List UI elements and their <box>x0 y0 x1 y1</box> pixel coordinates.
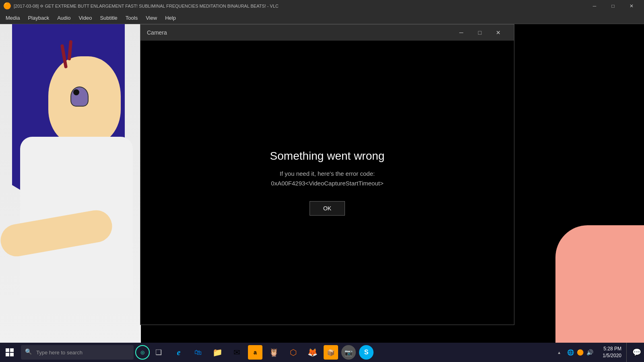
taskbar-amazon-icon[interactable]: a <box>248 345 262 360</box>
start-button[interactable] <box>0 343 19 362</box>
vlc-close-button[interactable]: ✕ <box>622 0 641 12</box>
windows-logo-icon <box>6 348 14 356</box>
menu-tools[interactable]: Tools <box>122 13 142 23</box>
vlc-titlebar: 🟠 [2017-03-08] ✡ GET EXTREME BUTT ENLARG… <box>0 0 644 12</box>
anime-left <box>0 24 141 346</box>
camera-content: Something went wrong If you need it, her… <box>140 41 514 325</box>
show-more-tray-icon[interactable]: ▲ <box>556 343 562 362</box>
camera-title-text: Camera <box>147 29 452 36</box>
taskbar-firefox-icon[interactable]: 🦊 <box>303 343 322 362</box>
menu-view[interactable]: View <box>142 13 161 23</box>
anime-right <box>555 24 644 346</box>
error-desc-line1: If you need it, here's the error code: <box>280 170 375 177</box>
camera-titlebar: Camera ─ □ ✕ <box>140 25 514 41</box>
search-bar[interactable]: 🔍 Type here to search <box>21 345 134 360</box>
clock[interactable]: 5:28 PM 1/5/2020 <box>598 346 626 359</box>
taskbar-origin-icon[interactable]: ⬡ <box>283 343 303 362</box>
taskbar-edge-icon[interactable]: e <box>169 343 188 362</box>
taskbar-mail-icon[interactable]: ✉ <box>227 343 246 362</box>
task-view-button[interactable]: ❑ <box>151 343 166 362</box>
system-tray: 🌐 🟠 🔊 <box>562 343 598 362</box>
menu-video[interactable]: Video <box>74 13 96 23</box>
taskbar: 🔍 Type here to search ◎ ❑ e 🛍 📁 ✉ a 🦉 ⬡ … <box>0 343 644 362</box>
menu-media[interactable]: Media <box>2 13 24 23</box>
vlc-maximize-button[interactable]: □ <box>604 0 622 12</box>
taskbar-camera-icon[interactable]: 📷 <box>341 345 356 360</box>
tray-network-icon[interactable]: 🌐 <box>566 343 575 362</box>
vlc-video-area: Camera ─ □ ✕ Something went wrong If you… <box>0 24 644 346</box>
ok-button[interactable]: OK <box>310 201 345 216</box>
camera-maximize-button[interactable]: □ <box>471 25 489 41</box>
cortana-icon: ◎ <box>140 350 144 355</box>
taskbar-store-icon[interactable]: 🛍 <box>188 343 208 362</box>
cortana-button[interactable]: ◎ <box>135 345 150 360</box>
menu-audio[interactable]: Audio <box>53 13 74 23</box>
search-placeholder: Type here to search <box>36 350 83 356</box>
error-desc-line2: 0xA00F4293<VideoCaptureStartTimeout> <box>271 180 383 187</box>
taskbar-explorer-icon[interactable]: 📁 <box>208 343 227 362</box>
vlc-menubar: Media Playback Audio Video Subtitle Tool… <box>0 12 644 24</box>
menu-playback[interactable]: Playback <box>24 13 53 23</box>
camera-minimize-button[interactable]: ─ <box>452 25 471 41</box>
clock-date: 1/5/2020 <box>603 352 621 359</box>
search-icon: 🔍 <box>25 348 33 356</box>
vlc-minimize-button[interactable]: ─ <box>585 0 604 12</box>
taskbar-tripadvisor-icon[interactable]: 🦉 <box>264 343 283 362</box>
menu-subtitle[interactable]: Subtitle <box>96 13 121 23</box>
vlc-window: 🟠 [2017-03-08] ✡ GET EXTREME BUTT ENLARG… <box>0 0 644 346</box>
clock-time: 5:28 PM <box>603 346 621 352</box>
task-view-icon: ❑ <box>155 348 162 357</box>
menu-help[interactable]: Help <box>161 13 180 23</box>
tray-volume-icon[interactable]: 🔊 <box>585 343 594 362</box>
taskbar-right: ▲ 🌐 🟠 🔊 5:28 PM 1/5/2020 💬 <box>556 343 644 362</box>
tray-vlc-icon[interactable]: 🟠 <box>575 343 585 362</box>
vlc-title-text: [2017-03-08] ✡ GET EXTREME BUTT ENLARGEM… <box>14 4 585 9</box>
notification-center-button[interactable]: 💬 <box>630 343 644 362</box>
taskbar-skype-icon[interactable]: S <box>359 345 374 360</box>
vlc-icon: 🟠 <box>3 2 11 10</box>
camera-close-button[interactable]: ✕ <box>489 25 508 41</box>
taskbar-pinned-apps: e 🛍 📁 ✉ a 🦉 ⬡ 🦊 📦 📷 S <box>169 343 375 362</box>
error-heading: Something went wrong <box>270 150 385 162</box>
camera-dialog: Camera ─ □ ✕ Something went wrong If you… <box>140 24 514 325</box>
error-description: If you need it, here's the error code: 0… <box>271 169 383 188</box>
show-desktop-button[interactable] <box>626 343 630 362</box>
taskbar-amazon-assistant-icon[interactable]: 📦 <box>324 345 338 360</box>
